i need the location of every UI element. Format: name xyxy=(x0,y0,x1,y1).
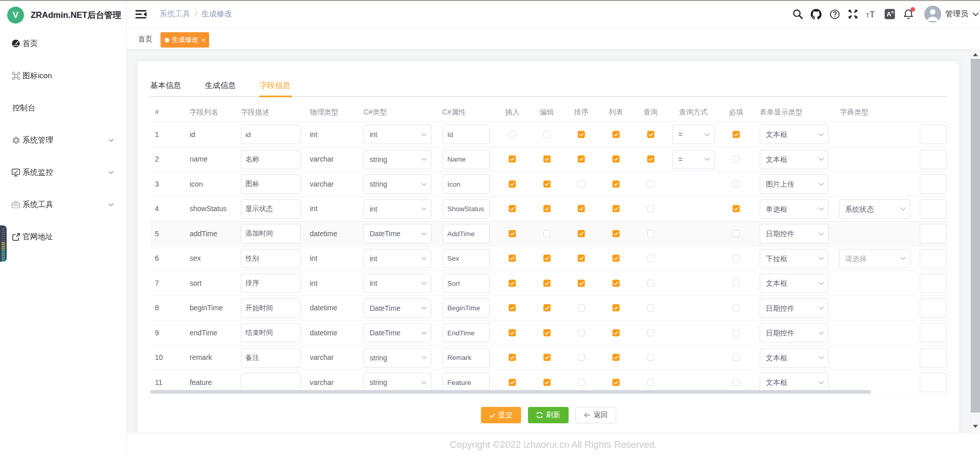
query-checkbox-checked[interactable] xyxy=(647,131,654,138)
description-input[interactable] xyxy=(241,273,301,293)
sort-checkbox-checked[interactable] xyxy=(578,131,585,138)
description-input[interactable] xyxy=(241,249,301,268)
scrollbar-down-button[interactable] xyxy=(971,422,980,430)
query-checkbox-unchecked[interactable] xyxy=(647,329,654,336)
sidebar-item-5[interactable]: 系统监控 xyxy=(0,156,126,189)
required-checkbox-unchecked[interactable] xyxy=(733,155,740,163)
edit-checkbox-checked[interactable] xyxy=(543,354,551,361)
sidebar-item-3[interactable]: 控制台 xyxy=(0,92,126,124)
description-input[interactable] xyxy=(241,199,301,219)
query-checkbox-unchecked[interactable] xyxy=(647,255,654,262)
tag-close-icon[interactable]: × xyxy=(200,36,207,43)
form-display-select[interactable]: 文本框 xyxy=(760,373,829,392)
required-checkbox-checked[interactable] xyxy=(733,205,740,212)
edit-checkbox-checked[interactable] xyxy=(543,304,551,311)
translate-icon[interactable]: A xyxy=(884,9,895,19)
required-checkbox-unchecked[interactable] xyxy=(733,304,740,311)
required-checkbox-checked[interactable] xyxy=(733,131,740,138)
query-mode-select[interactable]: = xyxy=(672,150,715,169)
csharp-property-input[interactable] xyxy=(443,299,490,318)
back-button[interactable]: 返回 xyxy=(575,407,616,423)
sort-order-input[interactable] xyxy=(920,150,947,169)
help-icon[interactable] xyxy=(829,9,840,19)
csharp-property-input[interactable] xyxy=(443,224,490,243)
query-checkbox-unchecked[interactable] xyxy=(647,354,654,361)
sort-order-input[interactable] xyxy=(920,249,947,268)
form-display-select[interactable]: 日期控件 xyxy=(760,299,829,318)
form-display-select[interactable]: 文本框 xyxy=(760,273,829,293)
github-icon[interactable] xyxy=(811,9,822,19)
sort-checkbox-checked[interactable] xyxy=(578,255,585,262)
list-checkbox-checked[interactable] xyxy=(612,354,620,361)
search-icon[interactable] xyxy=(792,9,803,19)
sort-order-input[interactable] xyxy=(920,348,947,368)
csharp-property-input[interactable] xyxy=(443,150,490,169)
edit-checkbox-checked[interactable] xyxy=(543,155,551,163)
dev-meter-widget[interactable] xyxy=(0,225,7,262)
edit-checkbox-checked[interactable] xyxy=(543,205,551,212)
csharp-type-select[interactable]: DateTime xyxy=(363,224,431,243)
list-checkbox-checked[interactable] xyxy=(612,304,620,311)
description-input[interactable] xyxy=(241,224,301,243)
tab-1[interactable]: 基本信息 xyxy=(150,74,181,96)
description-input[interactable] xyxy=(241,125,301,144)
csharp-type-select[interactable]: DateTime xyxy=(363,323,431,343)
user-name[interactable]: 管理员 xyxy=(945,9,968,19)
sidebar-item-7[interactable]: 官网地址 xyxy=(0,221,126,253)
sort-checkbox-checked[interactable] xyxy=(578,230,585,237)
insert-checkbox-checked[interactable] xyxy=(509,304,516,311)
table-horizontal-scrollbar[interactable] xyxy=(150,390,871,394)
form-display-select[interactable]: 文本框 xyxy=(760,150,829,169)
query-checkbox-unchecked[interactable] xyxy=(647,280,654,287)
list-checkbox-checked[interactable] xyxy=(612,131,620,138)
insert-checkbox-checked[interactable] xyxy=(509,329,516,336)
sidebar-item-1[interactable]: 首页 xyxy=(0,28,126,60)
sidebar-item-6[interactable]: 系统工具 xyxy=(0,189,126,221)
edit-checkbox-checked[interactable] xyxy=(543,329,551,336)
user-caret-down-icon[interactable] xyxy=(972,11,979,18)
query-mode-select[interactable]: = xyxy=(672,125,715,144)
required-checkbox-unchecked[interactable] xyxy=(733,255,740,262)
dict-type-select[interactable]: 请选择 xyxy=(839,249,910,268)
list-checkbox-checked[interactable] xyxy=(612,205,620,212)
edit-checkbox-checked[interactable] xyxy=(543,379,551,386)
list-checkbox-checked[interactable] xyxy=(612,329,620,336)
sort-checkbox-checked[interactable] xyxy=(578,155,585,163)
sort-checkbox-unchecked[interactable] xyxy=(578,180,585,188)
sort-checkbox-checked[interactable] xyxy=(578,205,585,212)
form-display-select[interactable]: 单选框 xyxy=(760,199,829,219)
csharp-type-select[interactable]: string xyxy=(363,174,431,194)
query-checkbox-unchecked[interactable] xyxy=(647,205,654,212)
required-checkbox-unchecked[interactable] xyxy=(733,329,740,336)
required-checkbox-unchecked[interactable] xyxy=(733,280,740,287)
csharp-type-select[interactable]: int xyxy=(363,199,431,219)
vertical-scrollbar[interactable] xyxy=(970,50,980,434)
app-logo[interactable]: V ZRAdmin.NET后台管理 xyxy=(7,7,121,24)
csharp-type-select[interactable]: string xyxy=(363,348,431,368)
csharp-type-select[interactable]: string xyxy=(363,373,431,392)
tag-home[interactable]: 首页 xyxy=(138,29,152,49)
form-display-select[interactable]: 日期控件 xyxy=(760,224,829,243)
required-checkbox-unchecked[interactable] xyxy=(733,379,740,386)
insert-checkbox-checked[interactable] xyxy=(509,205,516,212)
sort-order-input[interactable] xyxy=(920,373,947,392)
csharp-property-input[interactable] xyxy=(443,323,490,343)
list-checkbox-checked[interactable] xyxy=(612,155,620,163)
sort-checkbox-unchecked[interactable] xyxy=(578,304,585,311)
scrollbar-up-button[interactable] xyxy=(971,50,980,59)
csharp-property-input[interactable] xyxy=(443,373,490,392)
sidebar-item-2[interactable]: 图标icon xyxy=(0,60,126,92)
csharp-type-select[interactable]: string xyxy=(363,150,431,169)
fullscreen-icon[interactable] xyxy=(848,9,858,19)
csharp-property-input[interactable] xyxy=(443,249,490,268)
edit-checkbox-checked[interactable] xyxy=(543,255,551,262)
insert-checkbox-checked[interactable] xyxy=(509,354,516,361)
csharp-property-input[interactable] xyxy=(443,199,490,219)
query-checkbox-checked[interactable] xyxy=(647,155,654,163)
insert-checkbox-checked[interactable] xyxy=(509,379,516,386)
insert-checkbox-checked[interactable] xyxy=(509,155,516,163)
required-checkbox-unchecked[interactable] xyxy=(733,230,740,237)
scrollbar-thumb[interactable] xyxy=(971,59,980,413)
csharp-property-input[interactable] xyxy=(443,348,490,368)
form-display-select[interactable]: 文本框 xyxy=(760,125,829,144)
